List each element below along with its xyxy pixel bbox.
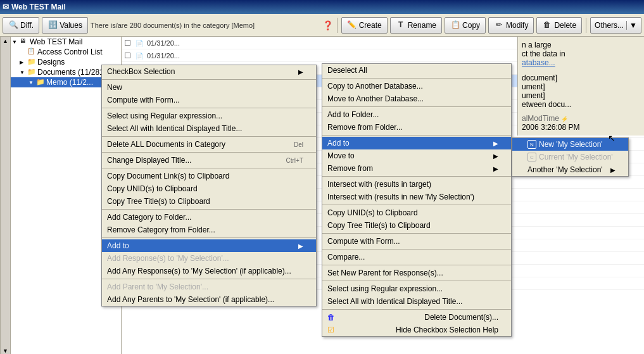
title-bar-title: Web TEST Mail bbox=[11, 3, 66, 11]
menu-label: Compute with Form... bbox=[107, 96, 180, 104]
menu-item-move-db[interactable]: Move to Another Database... bbox=[322, 92, 511, 105]
scroll-down-arrow[interactable]: ▼ bbox=[3, 348, 8, 354]
toolbar: Diff. Values There is/are 280 document(s… bbox=[0, 14, 644, 37]
submenu-item-new-selection[interactable]: N New 'My Selection' bbox=[512, 138, 628, 151]
menu-item-add-to-2[interactable]: Add to ▶ bbox=[322, 137, 511, 149]
menu-item-copy-db[interactable]: Copy to Another Database... bbox=[322, 80, 511, 92]
menu-item-copy-tree[interactable]: Copy Tree Title(s) to Clipboard bbox=[102, 195, 316, 208]
menu-sep bbox=[102, 237, 316, 238]
menu-item-remove-from[interactable]: Remove from ▶ bbox=[322, 162, 511, 175]
menu-item-remove-folder[interactable]: Remove from Folder... bbox=[322, 121, 511, 134]
submenu-item-another-selection[interactable]: Another 'My Selection' ▶ bbox=[512, 163, 628, 176]
submenu-item-current-selection[interactable]: C Current 'My Selection' bbox=[512, 151, 628, 163]
menu-sep bbox=[322, 265, 511, 265]
menu-sep bbox=[102, 209, 316, 210]
menu-item-deselect-all[interactable]: Deselect All bbox=[322, 64, 511, 77]
menu-label: Add to Folder... bbox=[327, 110, 379, 119]
checkbox-icon[interactable] bbox=[124, 51, 133, 60]
tree-item-root[interactable]: 🖥 Web TEST Mail bbox=[11, 37, 121, 47]
menu-sep bbox=[102, 136, 316, 137]
copy-button[interactable]: Copy bbox=[445, 17, 486, 34]
orange-check-icon: ☑ bbox=[327, 326, 334, 334]
values-button[interactable]: Values bbox=[42, 17, 88, 34]
expand-designs[interactable] bbox=[20, 59, 27, 65]
modify-button[interactable]: Modify bbox=[488, 17, 534, 34]
menu-item-checkbox-selection[interactable]: CheckBox Selection ▶ bbox=[102, 65, 316, 78]
delete-icon bbox=[542, 20, 552, 30]
checkbox-icon[interactable] bbox=[124, 39, 133, 47]
toolbar-separator-1 bbox=[337, 18, 338, 33]
copy-icon bbox=[450, 20, 460, 30]
menu-item-regex[interactable]: Select using Regular expression... bbox=[102, 110, 316, 122]
menu-item-copy-unids[interactable]: Copy UNID(s) to Clipboard bbox=[102, 182, 316, 195]
menu-sep bbox=[322, 249, 511, 250]
menu-item-delete-docs[interactable]: 🗑 Delete Document(s)... bbox=[322, 311, 511, 324]
designs-folder-icon bbox=[27, 58, 36, 66]
info-link[interactable]: atabase... bbox=[522, 58, 640, 67]
menu-item-intersect-target[interactable]: Intersect with (results in target) bbox=[322, 178, 511, 191]
help-icon: ❓ bbox=[322, 20, 333, 30]
title-bar-icon: ✉ bbox=[3, 3, 9, 11]
menu-item-copy-unids-2[interactable]: Copy UNID(s) to Clipboard bbox=[322, 206, 511, 219]
menu-item-copy-tree-2[interactable]: Copy Tree Title(s) to Clipboard bbox=[322, 219, 511, 232]
menu-label: Remove from bbox=[327, 164, 373, 173]
menu-label: Select using Regular expression... bbox=[107, 111, 222, 120]
menu-item-copy-links[interactable]: Copy Document Link(s) to Clipboard bbox=[102, 170, 316, 182]
menu-label: Remove from Folder... bbox=[327, 123, 403, 132]
menu-label: Move to Another Database... bbox=[327, 94, 424, 103]
scroll-up-arrow[interactable]: ▲ bbox=[3, 38, 8, 44]
expand-documents[interactable] bbox=[20, 69, 27, 75]
menu-label: New bbox=[107, 83, 122, 92]
menu-item-delete-all[interactable]: Delete ALL Documents in Category Del bbox=[102, 138, 316, 151]
menu-item-add-to[interactable]: Add to ▶ bbox=[102, 239, 316, 252]
menu-label: Copy to Another Database... bbox=[327, 82, 423, 91]
create-button[interactable]: Create bbox=[341, 17, 388, 34]
menu-item-new[interactable]: New bbox=[102, 81, 316, 94]
info-panel: n a large ct the data in atabase... docu… bbox=[517, 37, 644, 136]
menu-item-add-parent[interactable]: Add Parent to 'My Selection'... bbox=[102, 281, 316, 293]
menu-label: Select All with Identical Displayed Titl… bbox=[327, 297, 462, 306]
menu-item-remove-category[interactable]: Remove Category from Folder... bbox=[102, 224, 316, 236]
menu-sep bbox=[322, 233, 511, 234]
info-doc-1: document] bbox=[522, 73, 640, 82]
others-dropdown-arrow: ▼ bbox=[626, 21, 637, 30]
menu-item-compute[interactable]: Compute with Form... bbox=[102, 94, 316, 106]
expand-memo[interactable] bbox=[28, 79, 36, 85]
context-menu-1: CheckBox Selection ▶ New Compute with Fo… bbox=[101, 65, 317, 307]
menu-shortcut: Ctrl+T bbox=[286, 157, 304, 164]
menu-item-select-all[interactable]: Select All with Identical Displayed Titl… bbox=[102, 122, 316, 135]
menu-item-compare[interactable]: Compare... bbox=[322, 251, 511, 263]
menu-sep bbox=[322, 309, 511, 310]
menu-label: Intersect with (results in new 'My Selec… bbox=[327, 193, 474, 201]
menu-label: Change Displayed Title... bbox=[107, 156, 191, 165]
menu-item-add-category[interactable]: Add Category to Folder... bbox=[102, 211, 316, 224]
diff-button[interactable]: Diff. bbox=[3, 17, 39, 34]
menu-item-change-title[interactable]: Change Displayed Title... Ctrl+T bbox=[102, 154, 316, 167]
vertical-scrollbar[interactable]: ▲ ▼ bbox=[0, 37, 11, 354]
menu-label: Add Response(s) to 'My Selection'... bbox=[107, 254, 229, 263]
menu-item-add-responses[interactable]: Add Response(s) to 'My Selection'... bbox=[102, 252, 316, 265]
tree-item-acl[interactable]: 📋 Access Control List bbox=[11, 47, 121, 57]
menu-item-hide-checkbox[interactable]: ☑ Hide Checkbox Selection Help bbox=[322, 324, 511, 336]
rename-button[interactable]: Rename bbox=[390, 17, 442, 34]
menu-item-select-regex-2[interactable]: Select using Regular expression... bbox=[322, 282, 511, 295]
menu-sep bbox=[102, 279, 316, 279]
menu-item-set-parent[interactable]: Set New Parent for Response(s)... bbox=[322, 267, 511, 279]
menu-label: Current 'My Selection' bbox=[539, 153, 613, 161]
menu-label: Copy Tree Title(s) to Clipboard bbox=[107, 197, 210, 206]
menu-item-add-any-responses[interactable]: Add Any Response(s) to 'My Selection' (i… bbox=[102, 265, 316, 277]
submenu-add-to: N New 'My Selection' C Current 'My Selec… bbox=[512, 137, 629, 177]
info-line2: ct the data in bbox=[522, 49, 640, 58]
menu-item-compute-2[interactable]: Compute with Form... bbox=[322, 235, 511, 248]
menu-item-add-any-parents[interactable]: Add Any Parents to 'My Selection' (if ap… bbox=[102, 293, 316, 306]
menu-item-select-all-2[interactable]: Select All with Identical Displayed Titl… bbox=[322, 295, 511, 308]
others-button[interactable]: Others... ▼ bbox=[590, 17, 641, 34]
delete-button[interactable]: Delete bbox=[536, 17, 582, 34]
menu-item-intersect-new[interactable]: Intersect with (results in new 'My Selec… bbox=[322, 191, 511, 203]
new-selection-icon: N bbox=[527, 140, 536, 149]
menu-item-move-to[interactable]: Move to ▶ bbox=[322, 149, 511, 162]
doc-date: 01/31/20... bbox=[147, 52, 180, 60]
doc-date: 01/31/20... bbox=[147, 39, 180, 47]
menu-item-add-folder[interactable]: Add to Folder... bbox=[322, 108, 511, 121]
expand-root[interactable] bbox=[12, 39, 20, 45]
